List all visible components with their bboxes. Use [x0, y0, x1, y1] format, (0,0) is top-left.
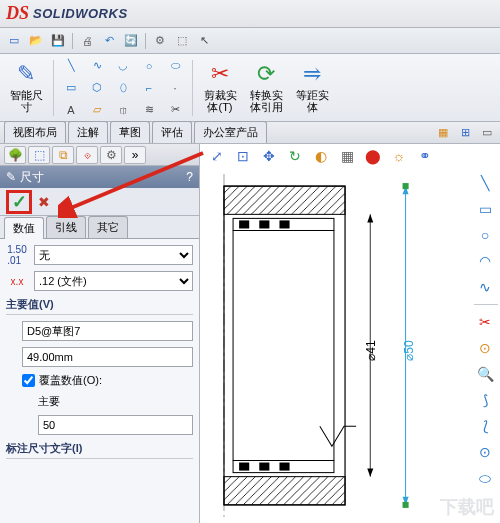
convert-entities-button[interactable]: ⟳ 转换实 体引用 — [244, 57, 288, 119]
fm-tab-dim-icon[interactable]: ⟐ — [76, 146, 98, 164]
circle-icon[interactable]: ○ — [137, 56, 161, 76]
select-icon[interactable]: ⬚ — [172, 31, 192, 51]
primary-name-input[interactable] — [22, 321, 193, 341]
rebuild-icon[interactable]: 🔄 — [121, 31, 141, 51]
cancel-x-icon[interactable]: ✖ — [38, 194, 50, 210]
solidworks-logo-icon: DS — [6, 3, 29, 24]
link-icon[interactable]: ⚭ — [414, 146, 436, 166]
ok-check-icon[interactable]: ✓ — [12, 191, 27, 213]
highlight-box: ✓ — [6, 190, 32, 214]
app-title: SOLIDWORKS — [33, 6, 128, 21]
svg-marker-15 — [367, 214, 373, 222]
svg-rect-20 — [403, 183, 409, 189]
primary-value-input[interactable] — [22, 347, 193, 367]
fm-tab-gear-icon[interactable]: ⚙ — [100, 146, 122, 164]
appearance-icon[interactable]: ⬤ — [362, 146, 384, 166]
offset-icon[interactable]: ≋ — [137, 100, 161, 120]
fm-tab-more-icon[interactable]: » — [124, 146, 146, 164]
subtab-0[interactable]: 数值 — [4, 217, 44, 239]
help-icon[interactable]: ? — [186, 170, 193, 184]
arc-tool-icon[interactable]: ◠ — [474, 250, 496, 272]
override-checkbox[interactable] — [22, 374, 35, 387]
override-label: 覆盖数值(O): — [39, 373, 102, 388]
line-tool-icon[interactable]: ╲ — [474, 172, 496, 194]
smart-dimension-button[interactable]: ✎ 智能尺 寸 — [4, 57, 48, 119]
zoom-fit-icon[interactable]: ⤢ — [206, 146, 228, 166]
subtab-2[interactable]: 其它 — [88, 216, 128, 238]
plane-icon[interactable]: ▱ — [85, 100, 109, 120]
options-icon[interactable]: ⚙ — [150, 31, 170, 51]
line-icon[interactable]: ╲ — [59, 56, 83, 76]
cm-tab-4[interactable]: 办公室产品 — [194, 121, 267, 143]
cm-tab-1[interactable]: 注解 — [68, 121, 108, 143]
svg-rect-11 — [279, 463, 289, 471]
right-toolbar: ╲▭○◠∿✂⊙🔍⟆⟅⊙⬭ — [474, 172, 498, 489]
section-icon[interactable]: ◐ — [310, 146, 332, 166]
zoom-area-icon[interactable]: ⊡ — [232, 146, 254, 166]
scene-icon[interactable]: ☼ — [388, 146, 410, 166]
rotate-icon[interactable]: ↻ — [284, 146, 306, 166]
pan-icon[interactable]: ✥ — [258, 146, 280, 166]
offset-icon: ⥤ — [303, 62, 321, 86]
inspect-tool-icon[interactable]: 🔍 — [474, 363, 496, 385]
open-icon[interactable]: 📂 — [26, 31, 46, 51]
display-icon[interactable]: ▦ — [336, 146, 358, 166]
ellipse-icon[interactable]: ⬯ — [111, 78, 135, 98]
spline-tool-icon[interactable]: ∿ — [474, 276, 496, 298]
graphics-area[interactable]: ⤢⊡✥↻◐▦⬤☼⚭ ╲▭○◠∿✂⊙🔍⟆⟅⊙⬭ — [200, 144, 500, 523]
offset-entities-button[interactable]: ⥤ 等距实 体 — [290, 57, 334, 119]
point-tool-icon[interactable]: ⊙ — [474, 441, 496, 463]
new-icon[interactable]: ▭ — [4, 31, 24, 51]
trim-icon[interactable]: ✂ — [163, 100, 187, 120]
revolve-tool-icon[interactable]: ⊙ — [474, 337, 496, 359]
override-value-input[interactable] — [38, 415, 193, 435]
point-icon[interactable]: · — [163, 78, 187, 98]
separator — [192, 60, 193, 116]
precision-select[interactable]: .12 (文件) — [34, 271, 193, 291]
override-checkbox-row[interactable]: 覆盖数值(O): — [6, 373, 193, 388]
polygon-icon[interactable]: ⬡ — [85, 78, 109, 98]
offset-label: 等距实 体 — [296, 89, 329, 113]
svg-rect-8 — [279, 220, 289, 228]
save-icon[interactable]: 💾 — [48, 31, 68, 51]
tab-icon-1[interactable]: ▦ — [434, 124, 452, 140]
svg-rect-10 — [259, 463, 269, 471]
print-icon[interactable]: 🖨 — [77, 31, 97, 51]
text-icon[interactable]: A — [59, 100, 83, 120]
dim-d50[interactable]: ⌀50 — [402, 340, 416, 361]
arc-icon[interactable]: ◡ — [111, 56, 135, 76]
override-sub-label: 主要 — [6, 394, 193, 409]
spline-icon[interactable]: ∿ — [85, 56, 109, 76]
cm-tab-0[interactable]: 视图布局 — [4, 121, 66, 143]
arc3-tool-icon[interactable]: ⟅ — [474, 415, 496, 437]
fm-tab-config-icon[interactable]: ⧉ — [52, 146, 74, 164]
fm-tab-property-icon[interactable]: ⬚ — [28, 146, 50, 164]
tolerance-select[interactable]: 无 — [34, 245, 193, 265]
property-manager: 🌳 ⬚ ⧉ ⟐ ⚙ » ✎尺寸 ? ✓ ✖ 数值引线其它 1.50.01 无 x… — [0, 144, 200, 523]
arc2-tool-icon[interactable]: ⟆ — [474, 389, 496, 411]
tab-icon-3[interactable]: ▭ — [478, 124, 496, 140]
command-manager-tabs: 视图布局注解草图评估办公室产品 ▦ ⊞ ▭ — [0, 122, 500, 144]
rect-tool-icon[interactable]: ▭ — [474, 198, 496, 220]
cm-tab-2[interactable]: 草图 — [110, 121, 150, 143]
cut-tool-icon[interactable]: ✂ — [474, 311, 496, 333]
arrow-icon[interactable]: ↖ — [194, 31, 214, 51]
undo-icon[interactable]: ↶ — [99, 31, 119, 51]
slot-icon[interactable]: ⬭ — [163, 56, 187, 76]
separator — [53, 60, 54, 116]
trim-entities-button[interactable]: ✂ 剪裁实 体(T) — [198, 57, 242, 119]
dim-d41: ⌀41 — [364, 340, 378, 361]
quick-access-toolbar: ▭📂💾🖨↶🔄⚙⬚↖ — [0, 28, 500, 54]
fillet-icon[interactable]: ⌐ — [137, 78, 161, 98]
fm-tab-tree-icon[interactable]: 🌳 — [4, 146, 26, 164]
circle-tool-icon[interactable]: ○ — [474, 224, 496, 246]
tab-icon-2[interactable]: ⊞ — [456, 124, 474, 140]
mirror-icon[interactable]: ⎅ — [111, 100, 135, 120]
panel-body: 1.50.01 无 x.x .12 (文件) 主要值(V) 覆盖数值(O): 主… — [0, 238, 199, 523]
convert-label: 转换实 体引用 — [250, 89, 283, 113]
slot2-tool-icon[interactable]: ⬭ — [474, 467, 496, 489]
feature-manager-tabs: 🌳 ⬚ ⧉ ⟐ ⚙ » — [0, 144, 199, 166]
cm-tab-3[interactable]: 评估 — [152, 121, 192, 143]
subtab-1[interactable]: 引线 — [46, 216, 86, 238]
rect-icon[interactable]: ▭ — [59, 78, 83, 98]
